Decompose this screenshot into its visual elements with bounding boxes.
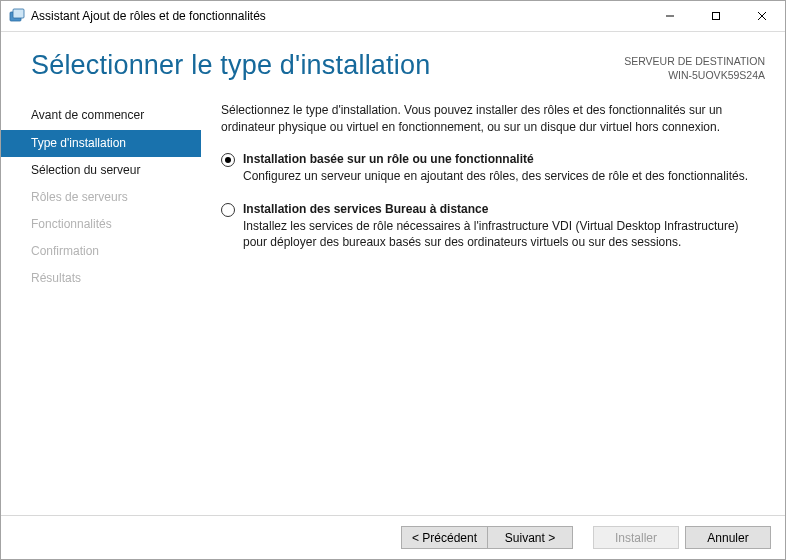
option-role-based-title: Installation basée sur un rôle ou une fo… bbox=[243, 152, 755, 166]
destination-server: WIN-5UOVK59S24A bbox=[624, 68, 765, 82]
minimize-button[interactable] bbox=[647, 1, 693, 31]
svg-rect-1 bbox=[13, 9, 24, 18]
step-server-roles: Rôles de serveurs bbox=[1, 184, 201, 211]
maximize-button[interactable] bbox=[693, 1, 739, 31]
step-server-selection[interactable]: Sélection du serveur bbox=[1, 157, 201, 184]
app-icon bbox=[9, 8, 25, 24]
option-rds[interactable]: Installation des services Bureau à dista… bbox=[221, 202, 755, 250]
titlebar: Assistant Ajout de rôles et de fonctionn… bbox=[1, 1, 785, 32]
next-button[interactable]: Suivant > bbox=[487, 526, 573, 549]
destination-label: SERVEUR DE DESTINATION bbox=[624, 54, 765, 68]
step-installation-type[interactable]: Type d'installation bbox=[1, 130, 201, 157]
svg-rect-3 bbox=[713, 13, 720, 20]
window-title: Assistant Ajout de rôles et de fonctionn… bbox=[31, 9, 266, 23]
option-role-based[interactable]: Installation basée sur un rôle ou une fo… bbox=[221, 152, 755, 184]
steps-sidebar: Avant de commencer Type d'installation S… bbox=[1, 92, 201, 515]
option-rds-desc: Installez les services de rôle nécessair… bbox=[243, 218, 755, 250]
close-button[interactable] bbox=[739, 1, 785, 31]
previous-button[interactable]: < Précédent bbox=[401, 526, 487, 549]
header-region: Sélectionner le type d'installation SERV… bbox=[1, 32, 785, 92]
step-results: Résultats bbox=[1, 265, 201, 292]
step-features: Fonctionnalités bbox=[1, 211, 201, 238]
install-button: Installer bbox=[593, 526, 679, 549]
radio-selected-icon[interactable] bbox=[221, 153, 235, 167]
step-confirmation: Confirmation bbox=[1, 238, 201, 265]
cancel-button[interactable]: Annuler bbox=[685, 526, 771, 549]
page-title: Sélectionner le type d'installation bbox=[31, 50, 624, 81]
step-before-you-begin[interactable]: Avant de commencer bbox=[1, 102, 201, 129]
content-pane: Sélectionnez le type d'installation. Vou… bbox=[201, 92, 765, 515]
option-role-based-desc: Configurez un serveur unique en ajoutant… bbox=[243, 168, 755, 184]
footer-buttons: < Précédent Suivant > Installer Annuler bbox=[1, 515, 785, 559]
option-rds-title: Installation des services Bureau à dista… bbox=[243, 202, 755, 216]
destination-info: SERVEUR DE DESTINATION WIN-5UOVK59S24A bbox=[624, 50, 765, 82]
wizard-window: Assistant Ajout de rôles et de fonctionn… bbox=[0, 0, 786, 560]
intro-text: Sélectionnez le type d'installation. Vou… bbox=[221, 102, 755, 136]
radio-unselected-icon[interactable] bbox=[221, 203, 235, 217]
